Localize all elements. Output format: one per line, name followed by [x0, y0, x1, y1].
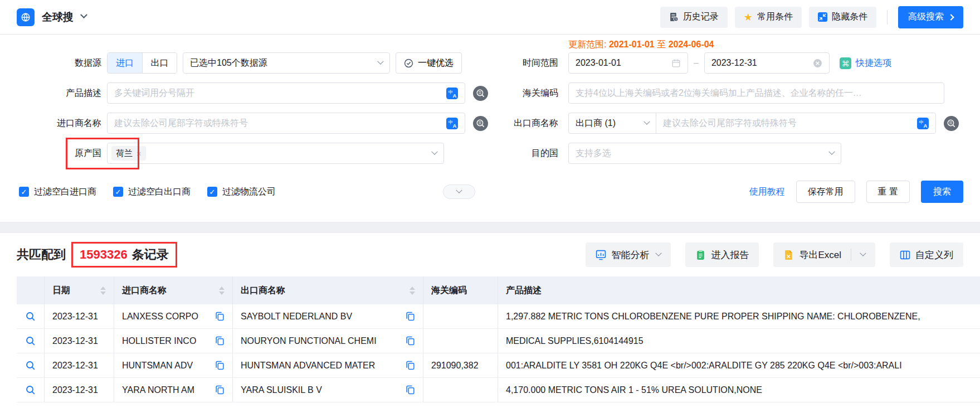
- header-importer[interactable]: 进口商名称: [114, 276, 233, 304]
- row-detail-button[interactable]: [17, 353, 45, 377]
- table-row: 2023-12-31 HUNTSMAN ADV HUNTSMAN ADVANCE…: [17, 353, 980, 378]
- history-button[interactable]: 历史记录: [660, 7, 728, 28]
- chevron-down-icon[interactable]: [860, 250, 866, 256]
- fuzzy-search-icon[interactable]: [473, 116, 488, 131]
- row-detail-button[interactable]: [17, 304, 45, 328]
- save-favorite-button[interactable]: 保存常用: [796, 181, 855, 203]
- table-columns-icon: [900, 250, 910, 260]
- importer-label: 进口商名称: [17, 118, 101, 129]
- copy-icon[interactable]: [215, 336, 225, 346]
- header-exporter[interactable]: 出口商名称: [233, 276, 423, 304]
- chevron-down-icon: [643, 119, 650, 125]
- hs-code-label: 海关编码: [489, 88, 558, 99]
- calendar-icon: [671, 59, 681, 68]
- translate-icon[interactable]: 中A: [446, 88, 458, 99]
- data-source-select[interactable]: 已选中105个数据源: [183, 52, 390, 74]
- start-date-field[interactable]: 2023-01-01: [568, 52, 688, 74]
- sort-icon[interactable]: [100, 286, 106, 295]
- one-click-optimize-button[interactable]: 一键优选: [396, 52, 462, 74]
- section-divider: [0, 222, 980, 233]
- tab-export[interactable]: 出口: [142, 53, 177, 73]
- copy-icon[interactable]: [406, 361, 415, 370]
- cell-date: 2023-12-31: [45, 353, 114, 377]
- quick-options-button[interactable]: ⌘ 快捷选项: [840, 57, 891, 69]
- product-desc-input[interactable]: [114, 88, 446, 98]
- globe-icon: [21, 12, 31, 22]
- results-panel: 共匹配到 1593326 条记录 智能分析: [0, 233, 980, 408]
- importer-field: 中A: [107, 113, 465, 134]
- hide-conditions-button[interactable]: 隐藏条件: [809, 7, 876, 28]
- tutorial-link[interactable]: 使用教程: [749, 186, 785, 198]
- sort-icon[interactable]: [409, 286, 415, 295]
- table-row: 2023-12-31 LANXESS CORPO SAYBOLT NEDERLA…: [17, 304, 980, 329]
- hs-code-input[interactable]: [576, 88, 937, 98]
- data-source-label: 数据源: [17, 57, 101, 69]
- chevron-down-icon: [828, 149, 835, 155]
- clear-circle-icon[interactable]: [813, 59, 822, 68]
- favorites-button[interactable]: ★ 常用条件: [735, 7, 802, 28]
- form-right-column: 时间范围 2023-01-01 – 2023-12-31: [489, 52, 963, 173]
- collapse-form-button[interactable]: [443, 184, 475, 199]
- update-range-note: 更新范围: 2021-01-01 至 2024-06-04: [568, 39, 714, 51]
- exporter-type-select[interactable]: 出口商 (1): [569, 113, 656, 133]
- copy-icon[interactable]: [215, 361, 225, 370]
- cell-date: 2023-12-31: [45, 329, 114, 353]
- results-table: 日期 进口商名称 出口商名称 海关编码 产品描述: [17, 276, 980, 402]
- translate-icon[interactable]: 中A: [446, 118, 458, 129]
- topbar: 全球搜 历史记录 ★ 常用条件 隐藏条件 高级搜索: [0, 0, 980, 35]
- reset-button[interactable]: 重 置: [866, 181, 910, 203]
- translate-icon[interactable]: 中A: [917, 118, 929, 129]
- magnifier-icon: [25, 385, 36, 396]
- enter-report-button[interactable]: 进入报告: [685, 242, 759, 267]
- search-button[interactable]: 搜索: [921, 181, 963, 203]
- custom-columns-button[interactable]: 自定义列: [890, 242, 963, 267]
- exporter-input[interactable]: [663, 118, 917, 128]
- end-date-field[interactable]: 2023-12-31: [704, 52, 830, 74]
- cell-hs-code: 291090,382: [423, 353, 498, 377]
- cell-exporter: NOURYON FUNCTIONAL CHEMI: [233, 329, 423, 353]
- row-detail-button[interactable]: [17, 329, 45, 353]
- row-detail-button[interactable]: [17, 378, 45, 402]
- origin-country-select[interactable]: 荷兰 ×: [107, 143, 444, 164]
- match-count: 1593326: [80, 247, 128, 262]
- export-excel-button[interactable]: 导出Excel: [773, 242, 875, 267]
- fuzzy-search-icon[interactable]: [944, 116, 959, 131]
- smart-analysis-button[interactable]: 智能分析: [586, 242, 671, 267]
- excel-file-icon: [783, 250, 794, 260]
- data-source-toggle: 进口 出口: [107, 52, 177, 74]
- cell-hs-code: [423, 378, 498, 402]
- tab-import[interactable]: 进口: [108, 53, 142, 73]
- fuzzy-search-icon[interactable]: [473, 86, 488, 101]
- checkbox-checked-icon: ✓: [113, 187, 123, 197]
- filter-blank-importer-checkbox[interactable]: ✓ 过滤空白进口商: [19, 186, 96, 198]
- checkbox-checked-icon: ✓: [207, 187, 217, 197]
- cell-exporter: HUNTSMAN ADVANCED MATER: [233, 353, 423, 377]
- cell-exporter: SAYBOLT NEDERLAND BV: [233, 304, 423, 328]
- filter-row: ✓ 过滤空白进口商 ✓ 过滤空白出口商 ✓ 过滤物流公司 使用教程 保存常用 重…: [17, 181, 963, 203]
- cell-importer: LANXESS CORPO: [114, 304, 233, 328]
- copy-icon[interactable]: [406, 312, 415, 321]
- match-count-line: 共匹配到 1593326 条记录: [17, 242, 177, 268]
- magnifier-icon: [25, 360, 36, 371]
- copy-icon[interactable]: [406, 385, 415, 395]
- chevron-down-icon[interactable]: [80, 11, 87, 18]
- cell-importer: HOLLISTER INCO: [114, 329, 233, 353]
- filter-logistics-checkbox[interactable]: ✓ 过滤物流公司: [207, 186, 276, 198]
- copy-icon[interactable]: [215, 312, 225, 321]
- header-date[interactable]: 日期: [45, 276, 114, 304]
- sort-icon[interactable]: [219, 286, 225, 295]
- advanced-search-button[interactable]: 高级搜索: [898, 6, 963, 28]
- copy-icon[interactable]: [215, 385, 225, 395]
- origin-country-label: 原产国: [17, 148, 101, 159]
- chevron-down-icon: [456, 187, 462, 193]
- app-logo[interactable]: [17, 8, 35, 26]
- importer-input[interactable]: [114, 118, 446, 128]
- checkbox-checked-icon: ✓: [19, 187, 29, 197]
- dest-country-select[interactable]: 支持多选: [568, 143, 841, 164]
- remove-tag-icon[interactable]: ×: [136, 149, 142, 158]
- filter-blank-exporter-checkbox[interactable]: ✓ 过滤空白出口商: [113, 186, 191, 198]
- cell-product: 001:ARALDITE LY 3581 OH 220KG Q4E <br/>0…: [498, 353, 980, 377]
- clipboard-icon: [695, 250, 706, 260]
- table-row: 2023-12-31 YARA NORTH AM YARA SLUISKIL B…: [17, 378, 980, 402]
- copy-icon[interactable]: [406, 336, 415, 346]
